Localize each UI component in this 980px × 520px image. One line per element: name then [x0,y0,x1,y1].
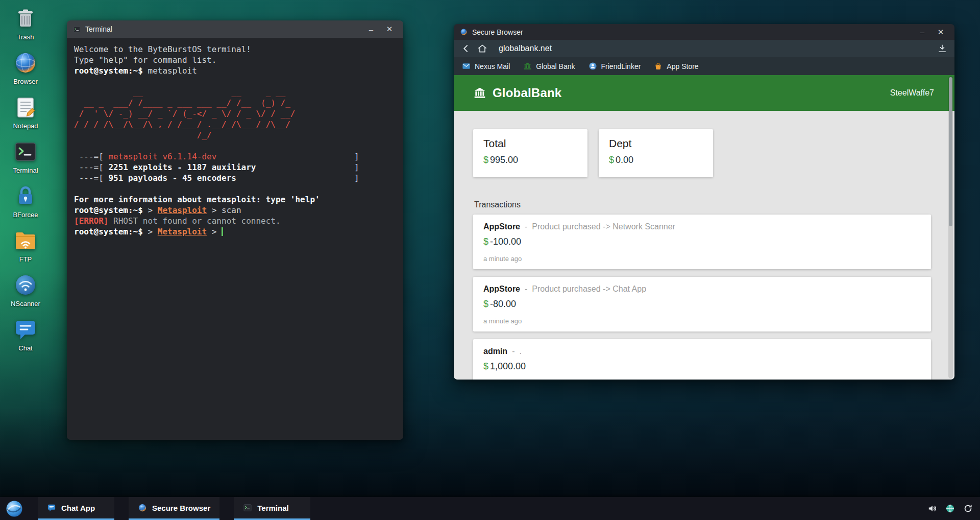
download-icon[interactable] [937,43,947,54]
terminal-output[interactable]: Welcome to the ByteBurstOS terminal!Type… [67,38,403,440]
terminal-line: Welcome to the ByteBurstOS terminal! [74,44,396,55]
bank-header: GlobalBank SteelWaffe7 [454,75,954,111]
desktop-icon-terminal[interactable]: Terminal [5,139,46,174]
terminal-line: __ __ _ __ [74,87,396,98]
taskbar-item-secure-browser[interactable]: Secure Browser [129,497,219,520]
transaction-description: Product purchased -> Chat App [532,285,646,293]
network-icon[interactable] [945,504,955,513]
bookmark-app-store[interactable]: App Store [654,62,698,70]
terminal-text-segment: > [143,227,158,237]
bookmarks-bar: Nexus MailGlobal BankFriendLinkerApp Sto… [454,57,954,75]
transaction-card: admin-.$1,000.00a minute ago [473,339,931,380]
transaction-amount: $1,000.00 [483,361,921,372]
url-input[interactable]: globalbank.net [499,44,552,53]
balance-card-dept: Dept$0.00 [599,129,713,177]
transaction-summary: AppStore-Product purchased -> Chat App [483,285,921,294]
taskbar-item-label: Terminal [257,504,288,512]
desktop-icon-label: NScanner [11,300,40,308]
desktop-icon-bforcee[interactable]: BForcee [5,184,46,219]
browser-close-button[interactable]: ✕ [933,26,948,39]
terminal-line: / ' \/ -_) __/ _ `/ (_-</ _ \/ / _ \/ / … [74,108,396,119]
desktop-icon-nscanner[interactable]: NScanner [5,273,46,308]
taskbar-item-terminal[interactable]: Terminal [234,497,310,520]
terminal-minimize-button[interactable]: – [363,22,379,36]
bank-brand: GlobalBank [473,86,561,100]
desktop-icon-notepad[interactable]: Notepad [5,95,46,130]
back-icon[interactable] [461,43,471,54]
browser-logo-icon [460,28,468,36]
browser-minimize-button[interactable]: – [915,26,930,39]
currency-symbol: $ [483,299,488,309]
terminal-line [74,183,396,194]
terminal-line: ---=[ 2251 exploits - 1187 auxiliary ] [74,162,396,173]
appstore-bag-icon [654,62,663,70]
desktop-icon-browser[interactable]: Browser [5,51,46,85]
transaction-actor: AppStore [483,222,520,231]
scanner-icon [13,273,38,297]
terminal-titlebar[interactable]: Terminal – ✕ [67,20,403,38]
desktop-icon-ftp[interactable]: FTP [5,228,46,263]
terminal-text-segment: / ' \/ -_) __/ _ `/ (_-</ _ \/ / _ \/ / … [74,109,295,119]
bookmark-label: FriendLinker [601,62,641,70]
bookmark-label: App Store [667,62,698,70]
mail-icon [462,62,471,70]
taskbar-item-chat-app[interactable]: Chat App [38,497,114,520]
transaction-description: Product purchased -> Network Scanner [532,222,675,231]
transaction-time: a minute ago [483,317,921,325]
amount-value: -100.00 [490,237,521,247]
bookmark-nexus-mail[interactable]: Nexus Mail [462,62,510,70]
taskbar-item-label: Chat App [61,504,95,512]
browser-icon [138,503,147,512]
desktop-icon-label: BForcee [13,211,38,219]
terminal-text-segment: __ _ ___/ /____ _ ___ ___ __/ /__ (_) /_ [74,98,290,108]
terminal-text-segment: ] [236,173,359,183]
desktop-icon-label: Trash [17,33,34,41]
currency-symbol: $ [483,155,488,165]
home-icon[interactable] [477,43,487,54]
balance-summary-row: Total$995.00Dept$0.00 [473,129,931,177]
globalbank-page: GlobalBank SteelWaffe7 Total$995.00Dept$… [454,75,954,380]
scrollbar-thumb[interactable] [949,77,952,226]
volume-icon[interactable] [927,504,937,513]
terminal-text-segment: ] [216,152,359,161]
bookmark-friendlinker[interactable]: FriendLinker [589,62,641,70]
desktop-icon-chat[interactable]: Chat [5,317,46,352]
page-scrollbar[interactable] [948,76,953,379]
terminal-line: ---=[ metasploit v6.1.14-dev ] [74,151,396,162]
terminal-close-button[interactable]: ✕ [382,22,397,36]
transaction-amount: $-100.00 [483,237,921,247]
terminal-line: __ _ ___/ /____ _ ___ ___ __/ /__ (_) /_ [74,98,396,108]
terminal-text-segment: > [207,227,222,237]
browser-titlebar[interactable]: Secure Browser – ✕ [454,24,954,40]
transaction-description: . [519,347,521,356]
terminal-icon [243,503,252,512]
desktop-icon-label: Chat [18,344,32,352]
terminal-text-segment: /_/ [74,130,212,140]
amount-value: 1,000.00 [490,361,526,371]
terminal-window: Terminal – ✕ Welcome to the ByteBurstOS … [67,20,403,440]
terminal-text-segment: Type "help" for command list. [74,55,216,65]
start-button[interactable] [5,500,23,518]
desktop-icon-trash[interactable]: Trash [5,6,46,41]
terminal-text-segment: ---=[ [74,162,108,172]
bookmark-label: Global Bank [536,62,575,70]
terminal-line: root@system:~$ > Metasploit > scan [74,205,396,216]
terminal-text-segment: > [143,205,158,215]
taskbar: Chat AppSecure BrowserTerminal [0,497,980,520]
bookmark-global-bank[interactable]: Global Bank [523,62,575,70]
bank-building-icon [473,86,486,100]
browser-window-title: Secure Browser [472,28,523,36]
terminal-window-title: Terminal [85,25,112,33]
terminal-line: /_/ [74,130,396,140]
terminal-text-segment: For more information about metasploit: t… [74,195,320,204]
balance-card-label: Dept [609,137,703,150]
desktop-icon-label: Notepad [13,122,38,130]
system-tray [927,497,973,520]
bank-icon [523,62,532,70]
bookmark-label: Nexus Mail [475,62,510,70]
refresh-icon[interactable] [963,504,973,513]
terminal-text-segment: ] [256,162,359,172]
transaction-amount: $-80.00 [483,299,921,310]
friendlinker-icon [589,62,597,70]
browser-navbar: globalbank.net [454,40,954,57]
